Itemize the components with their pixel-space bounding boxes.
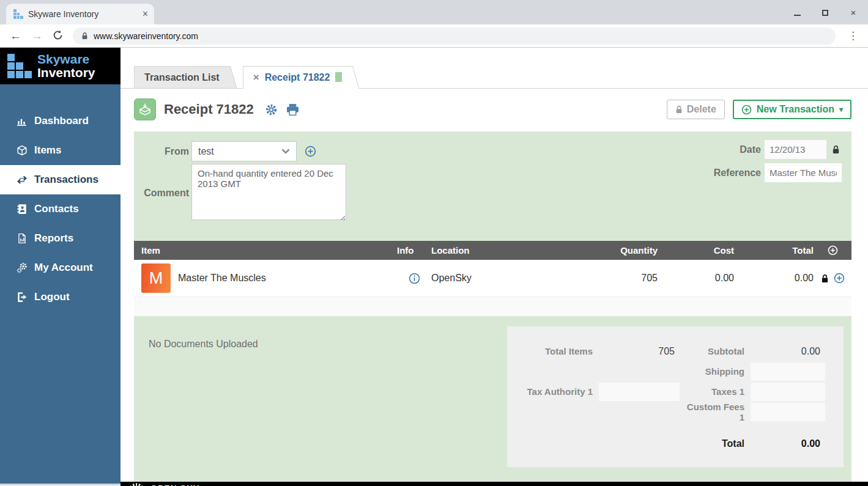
col-item: Item [134,245,397,256]
from-select[interactable]: test [191,141,297,161]
page-header: Receipt 71822 Delete New Transaction ▾ [121,89,868,128]
logout-door-icon [17,292,28,303]
unsaved-indicator [335,72,342,82]
address-book-icon [17,204,28,215]
line-items-table: Item Info Location Quantity Cost Total M… [134,241,851,316]
tax-authority-label: Tax Authority 1 [519,386,599,397]
sidebar-item-items[interactable]: Items [0,136,121,165]
total-items-label: Total Items [519,346,599,356]
table-row[interactable]: M Master The Muscles OpenSky 705 0.00 0.… [134,260,851,296]
receipt-form: From test Comment On-hand quantity enter… [134,131,851,229]
date-label: Date [714,144,761,155]
swap-arrows-icon [17,174,28,185]
logo-line1: Skyware [37,53,95,66]
custom-fees-input[interactable] [751,403,825,421]
browser-tab-close-icon[interactable]: × [143,9,148,20]
sidebar-item-label: Items [34,144,61,156]
window-close-button[interactable]: × [848,7,858,18]
skyware-blocks-icon [7,54,32,78]
logo-line2: Inventory [37,66,95,79]
total-items-value: 705 [599,346,680,357]
tax-authority-input[interactable] [599,383,680,401]
item-location: OpenSky [431,273,566,284]
row-add-icon[interactable] [834,273,845,284]
sidebar-item-transactions[interactable]: Transactions [0,165,121,194]
tab-receipt-71822[interactable]: ×Receipt 71822 [243,66,351,89]
sidebar-item-label: Contacts [34,203,79,215]
empty-table-strip [134,296,851,316]
sidebar-item-label: Transactions [34,174,98,186]
sidebar-menu: Dashboard Items Transactions Contacts Re… [0,84,121,484]
report-document-icon [17,233,28,244]
bar-chart-icon [17,116,28,127]
sidebar-item-reports[interactable]: Reports [0,224,121,253]
sidebar-item-my-account[interactable]: My Account [0,253,121,282]
sidebar-item-logout[interactable]: Logout [0,282,121,312]
maximize-button[interactable] [820,7,830,18]
grand-total-value: 0.00 [751,438,825,449]
new-transaction-label: New Transaction [757,104,834,115]
col-quantity: Quantity [566,245,658,256]
browser-tab-title: Skyware Inventory [28,9,138,19]
browser-tab[interactable]: Skyware Inventory × [6,4,154,24]
address-bar[interactable] [73,28,836,45]
receipt-box-icon [134,98,156,120]
sunburst-icon [127,482,146,486]
item-thumbnail: M [141,263,171,293]
lock-icon [832,145,840,154]
site-favicon [13,9,23,19]
sidebar-item-label: Logout [34,291,70,303]
from-select-value: test [198,146,281,157]
item-quantity: 705 [566,273,658,284]
sidebar-item-contacts[interactable]: Contacts [0,194,121,224]
lock-icon [675,105,683,114]
item-total: 0.00 [734,273,814,284]
taxes-label: Taxes 1 [680,386,751,397]
tab-close-icon[interactable]: × [253,72,259,83]
item-name: Master The Muscles [178,273,266,284]
subtotal-value: 0.00 [751,346,825,357]
browser-menu-icon[interactable]: ⋮ [845,29,861,42]
taxes-input[interactable] [751,383,825,401]
url-input[interactable] [94,31,827,41]
custom-fees-label: Custom Fees 1 [680,402,751,422]
totals-panel: Total Items 705 Subtotal 0.00 Shipping T… [507,326,844,467]
app-logo[interactable]: Skyware Inventory [0,48,121,84]
col-location: Location [431,245,566,256]
receipt-panel: From test Comment On-hand quantity enter… [134,131,851,482]
forward-icon[interactable]: → [31,30,43,42]
shipping-label: Shipping [680,366,751,377]
sidebar-item-label: My Account [34,262,93,274]
item-info-icon[interactable] [397,273,431,284]
shipping-input[interactable] [751,363,825,381]
tab-transaction-list[interactable]: Transaction List [134,66,228,88]
row-lock-icon [821,274,829,283]
refresh-icon[interactable] [53,30,63,42]
open-sky-logo: OPEN SKY SOFTWARE [127,482,199,486]
https-lock-icon [81,32,88,40]
sidebar-item-dashboard[interactable]: Dashboard [0,106,121,136]
add-line-item-icon[interactable] [814,245,851,256]
delete-button[interactable]: Delete [667,100,725,119]
chevron-down-icon [281,149,290,154]
reference-input[interactable] [765,163,842,182]
minimize-button[interactable] [792,7,802,18]
browser-toolbar: ← → ⋮ [0,24,868,48]
reference-label: Reference [714,168,761,179]
back-icon[interactable]: ← [10,30,21,42]
chevron-down-icon: ▾ [839,105,843,114]
grand-total-label: Total [680,438,751,449]
window-controls: × [792,0,858,24]
cube-icon [17,145,28,156]
add-contact-icon[interactable] [305,145,316,157]
comment-textarea[interactable]: On-hand quantity entered 20 Dec 2013 GMT [191,164,346,220]
print-icon[interactable] [286,104,299,116]
circle-plus-icon [741,105,752,115]
col-total: Total [734,245,814,256]
new-transaction-button[interactable]: New Transaction ▾ [733,100,851,119]
date-input[interactable] [765,140,826,159]
settings-gear-icon[interactable] [265,103,278,116]
sidebar-item-label: Reports [34,232,73,245]
comment-label: Comment [134,188,189,199]
col-info: Info [397,245,431,256]
